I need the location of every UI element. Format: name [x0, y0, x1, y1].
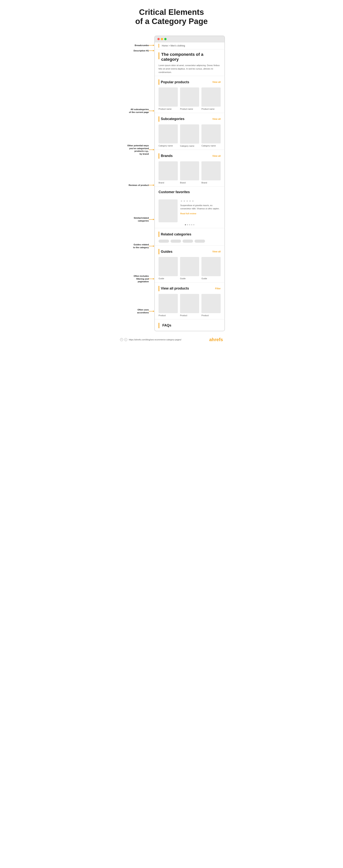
annotation-brands-label: Other potential waysyou've categorizedpr… — [127, 144, 149, 156]
brands-grid: Brand Brand Brand — [159, 161, 221, 184]
read-full-review-link[interactable]: Read full review — [180, 212, 196, 215]
subcategories-title: Subcategories — [161, 117, 184, 121]
annotation-subcategories: All subcategoriesof the current page — [129, 108, 154, 114]
annotations-sidebar: Breadcrumbs Descriptive H1 All subcatego… — [118, 36, 154, 331]
popular-products-grid: Product name Product name Product name — [159, 87, 221, 110]
product-label-3: Product name — [201, 108, 221, 110]
subcategories-header: Subcategories View all — [159, 116, 221, 122]
brands-header: Brands View all — [159, 153, 221, 159]
browser-content: Home > Men's clothing The components of … — [155, 42, 224, 331]
connector-line — [149, 185, 153, 185]
all-product-label-3: Product — [201, 314, 221, 317]
tag-2[interactable] — [170, 240, 181, 243]
favorites-content: ★★★★★ Suspendisse et gravida mauris, eu … — [180, 199, 221, 215]
guides-section: Guides View all Guide Guide — [155, 246, 224, 282]
annotation-faq-label: Often usesaccordions — [137, 308, 149, 314]
close-dot[interactable] — [157, 38, 160, 40]
brand-label-1: Brand — [159, 182, 178, 184]
h1-section: The components of a category Lorem ipsum… — [155, 49, 224, 76]
copyright-icon: © — [120, 338, 123, 341]
connector-line — [149, 279, 153, 279]
favorites-header: Customer favorites — [159, 190, 221, 197]
carousel-dot-4[interactable] — [191, 224, 192, 225]
all-product-label-2: Product — [180, 314, 199, 317]
carousel-dot-3[interactable] — [189, 224, 190, 225]
product-card-3: Product name — [201, 87, 221, 110]
all-products-section: View all products Filter Product Product — [155, 282, 224, 319]
browser: Home > Men's clothing The components of … — [154, 36, 225, 331]
section-accent — [159, 249, 159, 254]
breadcrumb-accent — [159, 44, 159, 48]
browser-toolbar — [155, 36, 224, 42]
brand-card-3: Brand — [201, 161, 221, 184]
info-icon: i — [124, 338, 127, 341]
popular-products-title: Popular products — [161, 80, 189, 84]
subcategories-view-all[interactable]: View all — [212, 118, 221, 120]
popular-products-section: Popular products View all Product name P… — [155, 76, 224, 113]
tag-3[interactable] — [183, 240, 193, 243]
brand-label-2: Brand — [180, 182, 199, 184]
carousel-dot-1[interactable] — [185, 224, 186, 225]
subcategory-image-1 — [159, 124, 178, 144]
star-rating: ★★★★★ — [180, 199, 221, 203]
h1-accent — [159, 52, 159, 59]
connector-subcategories — [149, 110, 154, 112]
section-accent — [159, 80, 159, 85]
section-accent — [159, 153, 159, 159]
guide-image-2 — [180, 257, 199, 276]
annotation-guides-label: Guides relatedto the category — [133, 243, 149, 249]
guide-card-3: Guide — [201, 257, 221, 280]
filter-button[interactable]: Filter — [215, 287, 221, 290]
brand-image-1 — [159, 161, 178, 181]
guides-view-all[interactable]: View all — [212, 250, 221, 253]
customer-favorites-section: Customer favorites ★★★★★ Suspendisse et … — [155, 187, 224, 228]
connector-line — [149, 311, 153, 311]
connector-arrow — [153, 219, 154, 220]
maximize-dot[interactable] — [164, 38, 166, 40]
all-product-card-3: Product — [201, 294, 221, 317]
product-image-3 — [201, 87, 221, 107]
guides-header: Guides View all — [159, 249, 221, 254]
subcategory-label-3: Category name — [201, 145, 221, 147]
all-product-card-2: Product — [180, 294, 199, 317]
connector-arrow — [153, 149, 154, 151]
connector-line — [149, 150, 153, 150]
all-products-title: View all products — [161, 286, 189, 290]
section-header-left: Brands — [159, 153, 173, 159]
all-product-label-1: Product — [159, 314, 178, 317]
connector-line — [149, 51, 153, 51]
brands-section: Brands View all Brand Brand — [155, 150, 224, 187]
brands-view-all[interactable]: View all — [212, 155, 221, 157]
section-header-left: Subcategories — [159, 116, 184, 122]
tag-1[interactable] — [159, 240, 169, 243]
guide-label-3: Guide — [201, 277, 221, 280]
connector-arrow — [153, 110, 154, 112]
footer-url[interactable]: https://ahrefs.com/blog/seo-ecommerce-ca… — [129, 339, 181, 341]
carousel-dot-2[interactable] — [187, 224, 188, 225]
annotation-faq: Often usesaccordions — [137, 308, 154, 314]
connector-breadcrumbs — [149, 44, 154, 46]
annotation-related-label: Similar/relatedcategories — [134, 217, 149, 222]
annotation-breadcrumbs: Breadcrumbs — [135, 44, 154, 47]
product-card-1: Product name — [159, 87, 178, 110]
related-title: Related categories — [161, 232, 191, 237]
annotation-products-label: Often includesfiltering andpagination — [133, 275, 149, 283]
faq-header: FAQs — [159, 323, 221, 328]
connector-line — [149, 219, 153, 220]
footer-logo[interactable]: ahrefs — [209, 337, 223, 342]
subcategory-image-2 — [180, 124, 199, 144]
related-categories-section: Related categories — [155, 228, 224, 246]
carousel-dot-5[interactable] — [193, 224, 194, 225]
minimize-dot[interactable] — [161, 38, 163, 40]
popular-products-view-all[interactable]: View all — [212, 81, 221, 84]
brand-image-3 — [201, 161, 221, 181]
annotation-h1: Descriptive H1 — [133, 49, 154, 52]
faq-accent — [159, 323, 159, 328]
favorites-image — [159, 199, 178, 222]
breadcrumb-bar: Home > Men's clothing — [155, 42, 224, 49]
tag-4[interactable] — [194, 240, 205, 243]
all-product-card-1: Product — [159, 294, 178, 317]
brands-title: Brands — [161, 154, 173, 158]
h1-heading: The components of a category — [161, 52, 221, 62]
review-text: Suspendisse et gravida mauris, eu consec… — [180, 204, 221, 210]
